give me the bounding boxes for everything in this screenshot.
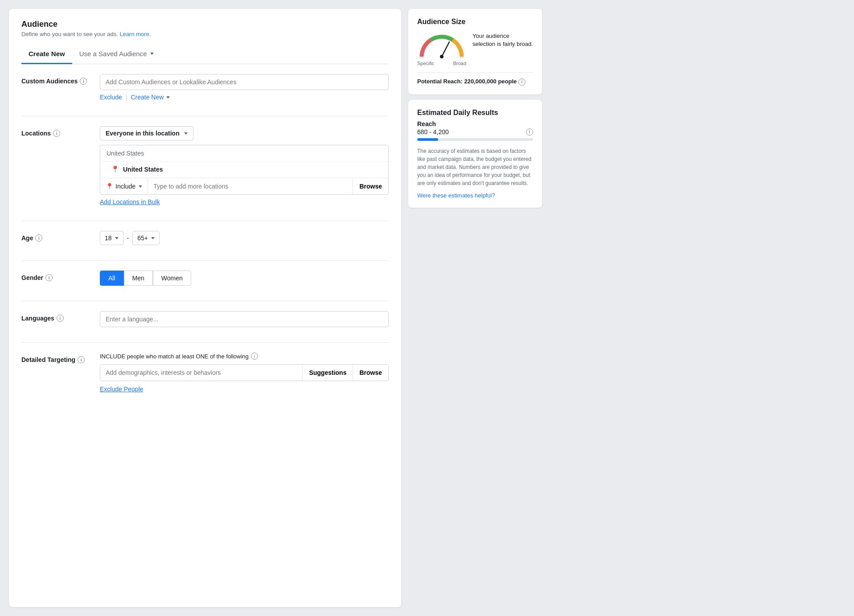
custom-audiences-info-icon[interactable]: i bbox=[80, 78, 87, 85]
gauge-specific-label: Specific bbox=[417, 61, 435, 66]
tab-create-new[interactable]: Create New bbox=[21, 45, 72, 64]
location-type-dropdown[interactable]: Everyone in this location bbox=[100, 126, 193, 140]
audience-gauge bbox=[417, 32, 466, 59]
audience-header: Audience Define who you want to see your… bbox=[21, 20, 389, 37]
age-dash: - bbox=[127, 234, 129, 242]
custom-audiences-label: Custom Audiences i bbox=[21, 74, 93, 85]
chevron-down-icon bbox=[184, 132, 188, 135]
estimated-results-card: Estimated Daily Results Reach 680 - 4,20… bbox=[408, 100, 542, 208]
locations-label: Locations i bbox=[21, 126, 93, 137]
age-row: Age i 18 - 65+ bbox=[21, 231, 389, 245]
location-input-row: 📍 Include Browse bbox=[100, 178, 388, 194]
custom-audiences-section: Custom Audiences i Exclude | Create New bbox=[21, 64, 389, 116]
suggestions-button[interactable]: Suggestions bbox=[302, 365, 353, 381]
detailed-targeting-section: Detailed Targeting i INCLUDE people who … bbox=[21, 343, 389, 393]
locations-field: Everyone in this location United States … bbox=[100, 126, 389, 205]
separator: | bbox=[126, 94, 127, 101]
audiences-links: Exclude | Create New bbox=[100, 94, 389, 101]
gender-label: Gender i bbox=[21, 271, 93, 281]
reach-label: Reach bbox=[417, 120, 533, 127]
helpful-link[interactable]: Were these estimates helpful? bbox=[417, 192, 495, 199]
targeting-search-input[interactable] bbox=[100, 365, 302, 381]
age-info-icon[interactable]: i bbox=[35, 234, 42, 242]
side-panel: Audience Size Specifi bbox=[408, 9, 542, 607]
detailed-targeting-label: Detailed Targeting i bbox=[21, 353, 93, 363]
gender-field: All Men Women bbox=[100, 271, 389, 286]
gender-all-button[interactable]: All bbox=[100, 271, 124, 286]
page-title: Audience bbox=[21, 20, 389, 29]
reach-note: The accuracy of estimates is based on fa… bbox=[417, 147, 533, 187]
languages-label: Languages i bbox=[21, 311, 93, 322]
tab-saved-audience[interactable]: Use a Saved Audience bbox=[72, 45, 161, 64]
chevron-down-icon bbox=[151, 237, 155, 239]
detailed-targeting-desc-info-icon[interactable]: i bbox=[251, 353, 258, 360]
age-selectors: 18 - 65+ bbox=[100, 231, 389, 245]
gauge-broad-label: Broad bbox=[453, 61, 466, 66]
main-panel: Audience Define who you want to see your… bbox=[9, 9, 401, 607]
age-section: Age i 18 - 65+ bbox=[21, 221, 389, 261]
location-item: 📍 United States bbox=[100, 161, 388, 178]
age-max-dropdown[interactable]: 65+ bbox=[132, 231, 160, 245]
learn-more-link[interactable]: Learn more. bbox=[119, 31, 151, 37]
age-field: 18 - 65+ bbox=[100, 231, 389, 245]
svg-line-0 bbox=[442, 42, 449, 57]
targeting-browse-button[interactable]: Browse bbox=[353, 365, 388, 381]
languages-section: Languages i bbox=[21, 301, 389, 343]
languages-field bbox=[100, 311, 389, 327]
gender-men-button[interactable]: Men bbox=[124, 271, 153, 286]
location-box: United States 📍 United States 📍 Include … bbox=[100, 145, 389, 195]
gender-buttons: All Men Women bbox=[100, 271, 389, 286]
estimated-results-title: Estimated Daily Results bbox=[417, 109, 533, 117]
add-bulk-link[interactable]: Add Locations in Bulk bbox=[100, 198, 160, 205]
reach-bar-background bbox=[417, 138, 533, 141]
exclude-people-link[interactable]: Exclude People bbox=[100, 386, 143, 393]
tabs-bar: Create New Use a Saved Audience bbox=[21, 45, 389, 64]
gender-info-icon[interactable]: i bbox=[45, 274, 53, 281]
custom-audiences-input[interactable] bbox=[100, 74, 389, 90]
languages-input[interactable] bbox=[100, 311, 389, 327]
chevron-down-icon bbox=[150, 53, 154, 55]
potential-reach-value: 220,000,000 people bbox=[464, 78, 517, 85]
detailed-targeting-row: Detailed Targeting i INCLUDE people who … bbox=[21, 353, 389, 393]
audience-size-title: Audience Size bbox=[417, 18, 533, 26]
chevron-down-icon bbox=[115, 237, 119, 239]
detailed-targeting-info-icon[interactable]: i bbox=[78, 356, 85, 363]
location-search-header: United States bbox=[100, 145, 388, 161]
audience-size-description: Your audience selection is fairly broad. bbox=[472, 32, 533, 48]
exclude-button[interactable]: Exclude bbox=[100, 94, 122, 101]
audience-size-card: Audience Size Specifi bbox=[408, 9, 542, 94]
custom-audiences-field: Exclude | Create New bbox=[100, 74, 389, 101]
include-dropdown[interactable]: 📍 Include bbox=[100, 178, 148, 194]
svg-point-1 bbox=[440, 55, 443, 58]
page-subtitle: Define who you want to see your ads. Lea… bbox=[21, 31, 389, 37]
potential-reach: Potential Reach: 220,000,000 people i bbox=[417, 72, 533, 86]
create-new-button[interactable]: Create New bbox=[131, 94, 170, 101]
custom-audiences-row: Custom Audiences i Exclude | Create New bbox=[21, 74, 389, 101]
languages-info-icon[interactable]: i bbox=[57, 315, 64, 322]
gender-row: Gender i All Men Women bbox=[21, 271, 389, 286]
pin-small-icon: 📍 bbox=[106, 183, 113, 190]
chevron-down-icon bbox=[166, 96, 170, 99]
reach-info-icon[interactable]: i bbox=[526, 128, 533, 136]
detailed-targeting-field: INCLUDE people who match at least ONE of… bbox=[100, 353, 389, 393]
potential-reach-info-icon[interactable]: i bbox=[518, 78, 526, 86]
gender-women-button[interactable]: Women bbox=[153, 271, 191, 286]
languages-row: Languages i bbox=[21, 311, 389, 327]
chevron-down-icon bbox=[139, 185, 142, 188]
gauge-container: Specific Broad bbox=[417, 32, 466, 66]
locations-info-icon[interactable]: i bbox=[53, 130, 60, 137]
detailed-desc: INCLUDE people who match at least ONE of… bbox=[100, 353, 389, 360]
locations-section: Locations i Everyone in this location Un… bbox=[21, 116, 389, 221]
age-min-dropdown[interactable]: 18 bbox=[100, 231, 123, 245]
gender-section: Gender i All Men Women bbox=[21, 261, 389, 301]
age-label: Age i bbox=[21, 231, 93, 242]
location-browse-button[interactable]: Browse bbox=[353, 178, 388, 194]
reach-range: 680 - 4,200 i bbox=[417, 128, 533, 136]
gauge-labels: Specific Broad bbox=[417, 61, 466, 66]
location-search-input[interactable] bbox=[148, 178, 353, 194]
pin-icon: 📍 bbox=[111, 165, 119, 173]
reach-bar-fill bbox=[417, 138, 438, 141]
gauge-area: Specific Broad Your audience selection i… bbox=[417, 32, 533, 66]
locations-row: Locations i Everyone in this location Un… bbox=[21, 126, 389, 205]
targeting-input-row: Suggestions Browse bbox=[100, 364, 389, 381]
